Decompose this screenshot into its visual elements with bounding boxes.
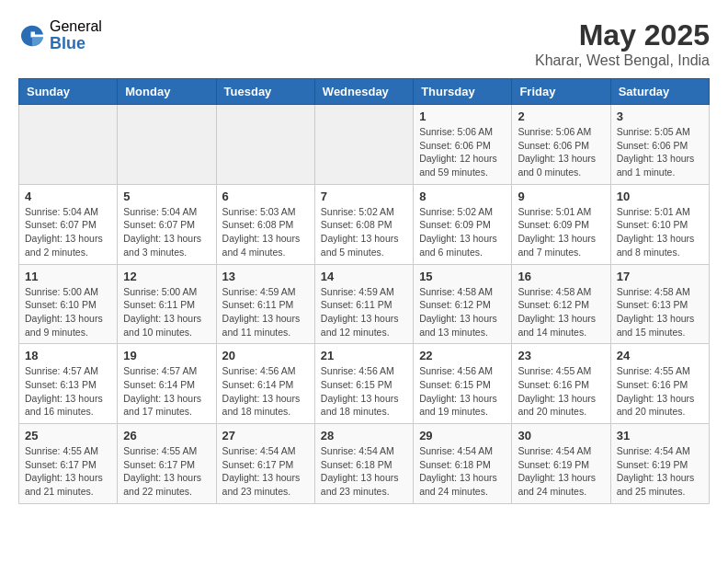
day-number: 28	[321, 429, 407, 442]
calendar-cell: 9Sunrise: 5:01 AM Sunset: 6:09 PM Daylig…	[512, 184, 610, 264]
main-title: May 2025	[535, 18, 710, 52]
day-number: 10	[617, 190, 703, 203]
calendar-cell	[216, 105, 314, 185]
calendar-cell: 26Sunrise: 4:55 AM Sunset: 6:17 PM Dayli…	[118, 424, 216, 504]
day-number: 8	[419, 190, 506, 203]
day-info: Sunrise: 4:56 AM Sunset: 6:14 PM Dayligh…	[222, 364, 309, 419]
calendar-week-row: 25Sunrise: 4:55 AM Sunset: 6:17 PM Dayli…	[19, 424, 710, 504]
day-info: Sunrise: 4:54 AM Sunset: 6:19 PM Dayligh…	[617, 444, 703, 499]
calendar-cell: 1Sunrise: 5:06 AM Sunset: 6:06 PM Daylig…	[414, 105, 512, 185]
day-number: 14	[321, 270, 407, 283]
day-info: Sunrise: 5:05 AM Sunset: 6:06 PM Dayligh…	[617, 125, 703, 179]
day-number: 15	[419, 270, 506, 283]
calendar-week-row: 1Sunrise: 5:06 AM Sunset: 6:06 PM Daylig…	[19, 105, 710, 185]
calendar-cell: 6Sunrise: 5:03 AM Sunset: 6:08 PM Daylig…	[216, 184, 314, 264]
calendar-cell: 2Sunrise: 5:06 AM Sunset: 6:06 PM Daylig…	[512, 105, 610, 185]
day-number: 27	[222, 429, 309, 442]
day-number: 25	[25, 429, 111, 442]
calendar-cell	[19, 105, 118, 185]
day-info: Sunrise: 4:55 AM Sunset: 6:17 PM Dayligh…	[123, 444, 210, 499]
calendar-cell: 16Sunrise: 4:58 AM Sunset: 6:12 PM Dayli…	[512, 264, 610, 344]
day-info: Sunrise: 4:54 AM Sunset: 6:17 PM Dayligh…	[222, 444, 309, 499]
calendar-cell: 19Sunrise: 4:57 AM Sunset: 6:14 PM Dayli…	[118, 344, 216, 424]
calendar-cell: 27Sunrise: 4:54 AM Sunset: 6:17 PM Dayli…	[216, 424, 314, 504]
day-info: Sunrise: 5:01 AM Sunset: 6:09 PM Dayligh…	[518, 205, 604, 259]
day-number: 30	[518, 429, 604, 442]
calendar-cell: 20Sunrise: 4:56 AM Sunset: 6:14 PM Dayli…	[216, 344, 314, 424]
day-info: Sunrise: 5:01 AM Sunset: 6:10 PM Dayligh…	[617, 205, 703, 259]
logo: General Blue	[18, 18, 102, 52]
day-number: 7	[321, 190, 407, 203]
calendar-cell: 22Sunrise: 4:56 AM Sunset: 6:15 PM Dayli…	[414, 344, 512, 424]
day-info: Sunrise: 4:55 AM Sunset: 6:17 PM Dayligh…	[25, 444, 111, 499]
day-number: 5	[123, 190, 210, 203]
day-number: 17	[617, 270, 703, 283]
day-info: Sunrise: 4:56 AM Sunset: 6:15 PM Dayligh…	[321, 364, 407, 419]
page-header: General Blue May 2025 Kharar, West Benga…	[18, 18, 710, 69]
logo-icon	[18, 22, 46, 50]
calendar-day-header: Wednesday	[314, 79, 413, 105]
day-info: Sunrise: 5:06 AM Sunset: 6:06 PM Dayligh…	[419, 125, 506, 179]
day-info: Sunrise: 5:00 AM Sunset: 6:11 PM Dayligh…	[123, 285, 210, 339]
day-info: Sunrise: 5:03 AM Sunset: 6:08 PM Dayligh…	[222, 205, 309, 259]
day-info: Sunrise: 4:57 AM Sunset: 6:14 PM Dayligh…	[123, 364, 210, 419]
calendar-cell	[118, 105, 216, 185]
day-number: 29	[419, 429, 506, 442]
day-number: 24	[617, 349, 703, 362]
calendar-cell: 4Sunrise: 5:04 AM Sunset: 6:07 PM Daylig…	[19, 184, 118, 264]
day-info: Sunrise: 5:02 AM Sunset: 6:08 PM Dayligh…	[321, 205, 407, 259]
calendar-cell: 3Sunrise: 5:05 AM Sunset: 6:06 PM Daylig…	[610, 105, 709, 185]
calendar-cell: 29Sunrise: 4:54 AM Sunset: 6:18 PM Dayli…	[414, 424, 512, 504]
calendar-cell	[314, 105, 413, 185]
calendar-cell: 12Sunrise: 5:00 AM Sunset: 6:11 PM Dayli…	[118, 264, 216, 344]
day-number: 11	[25, 270, 111, 283]
calendar-cell: 18Sunrise: 4:57 AM Sunset: 6:13 PM Dayli…	[19, 344, 118, 424]
day-info: Sunrise: 4:56 AM Sunset: 6:15 PM Dayligh…	[419, 364, 506, 419]
calendar-cell: 30Sunrise: 4:54 AM Sunset: 6:19 PM Dayli…	[512, 424, 610, 504]
calendar-day-header: Saturday	[610, 79, 709, 105]
calendar-cell: 13Sunrise: 4:59 AM Sunset: 6:11 PM Dayli…	[216, 264, 314, 344]
day-number: 21	[321, 349, 407, 362]
calendar-day-header: Tuesday	[216, 79, 314, 105]
day-info: Sunrise: 4:54 AM Sunset: 6:18 PM Dayligh…	[321, 444, 407, 499]
calendar-cell: 15Sunrise: 4:58 AM Sunset: 6:12 PM Dayli…	[414, 264, 512, 344]
day-info: Sunrise: 4:57 AM Sunset: 6:13 PM Dayligh…	[25, 364, 111, 419]
day-number: 26	[123, 429, 210, 442]
day-info: Sunrise: 5:04 AM Sunset: 6:07 PM Dayligh…	[25, 205, 111, 259]
calendar-cell: 23Sunrise: 4:55 AM Sunset: 6:16 PM Dayli…	[512, 344, 610, 424]
calendar-cell: 25Sunrise: 4:55 AM Sunset: 6:17 PM Dayli…	[19, 424, 118, 504]
day-info: Sunrise: 5:06 AM Sunset: 6:06 PM Dayligh…	[518, 125, 604, 179]
day-info: Sunrise: 4:58 AM Sunset: 6:13 PM Dayligh…	[617, 285, 703, 339]
day-info: Sunrise: 4:54 AM Sunset: 6:18 PM Dayligh…	[419, 444, 506, 499]
calendar-week-row: 4Sunrise: 5:04 AM Sunset: 6:07 PM Daylig…	[19, 184, 710, 264]
calendar-header-row: SundayMondayTuesdayWednesdayThursdayFrid…	[19, 79, 710, 105]
day-number: 4	[25, 190, 111, 203]
day-info: Sunrise: 4:59 AM Sunset: 6:11 PM Dayligh…	[222, 285, 309, 339]
day-info: Sunrise: 4:55 AM Sunset: 6:16 PM Dayligh…	[518, 364, 604, 419]
calendar-day-header: Friday	[512, 79, 610, 105]
calendar-cell: 28Sunrise: 4:54 AM Sunset: 6:18 PM Dayli…	[314, 424, 413, 504]
day-number: 22	[419, 349, 506, 362]
calendar-day-header: Thursday	[414, 79, 512, 105]
calendar-cell: 5Sunrise: 5:04 AM Sunset: 6:07 PM Daylig…	[118, 184, 216, 264]
calendar-week-row: 18Sunrise: 4:57 AM Sunset: 6:13 PM Dayli…	[19, 344, 710, 424]
calendar-day-header: Sunday	[19, 79, 118, 105]
calendar-table: SundayMondayTuesdayWednesdayThursdayFrid…	[18, 78, 710, 504]
day-info: Sunrise: 5:00 AM Sunset: 6:10 PM Dayligh…	[25, 285, 111, 339]
logo-blue: Blue	[50, 35, 102, 53]
calendar-cell: 14Sunrise: 4:59 AM Sunset: 6:11 PM Dayli…	[314, 264, 413, 344]
day-info: Sunrise: 4:54 AM Sunset: 6:19 PM Dayligh…	[518, 444, 604, 499]
calendar-cell: 7Sunrise: 5:02 AM Sunset: 6:08 PM Daylig…	[314, 184, 413, 264]
day-number: 20	[222, 349, 309, 362]
day-info: Sunrise: 4:55 AM Sunset: 6:16 PM Dayligh…	[617, 364, 703, 419]
title-block: May 2025 Kharar, West Bengal, India	[535, 18, 710, 69]
day-number: 3	[617, 109, 703, 123]
day-number: 23	[518, 349, 604, 362]
day-number: 18	[25, 349, 111, 362]
day-number: 9	[518, 190, 604, 203]
calendar-cell: 21Sunrise: 4:56 AM Sunset: 6:15 PM Dayli…	[314, 344, 413, 424]
day-info: Sunrise: 4:58 AM Sunset: 6:12 PM Dayligh…	[419, 285, 506, 339]
calendar-cell: 8Sunrise: 5:02 AM Sunset: 6:09 PM Daylig…	[414, 184, 512, 264]
day-number: 6	[222, 190, 309, 203]
day-info: Sunrise: 4:59 AM Sunset: 6:11 PM Dayligh…	[321, 285, 407, 339]
